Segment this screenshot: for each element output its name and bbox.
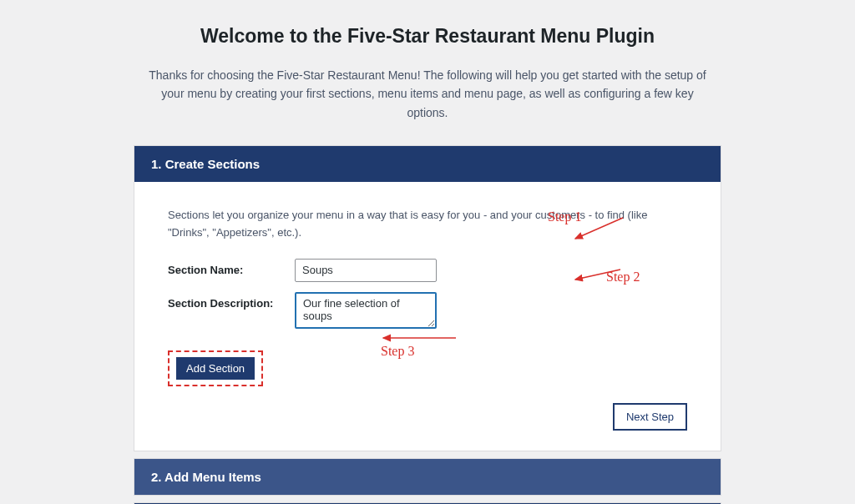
section-name-label: Section Name: bbox=[168, 259, 295, 276]
annotation-arrow-step3-icon bbox=[377, 328, 460, 349]
annotation-step3-label: Step 3 bbox=[381, 344, 414, 359]
section-description-input[interactable]: Our fine selection of soups bbox=[295, 292, 437, 329]
add-section-button[interactable]: Add Section bbox=[176, 357, 255, 380]
panel-add-menu-items[interactable]: 2. Add Menu Items bbox=[134, 458, 721, 496]
panel-body-create-sections: Sections let you organize your menu in a… bbox=[134, 182, 721, 451]
section-name-input[interactable] bbox=[295, 259, 437, 282]
panel-create-sections: 1. Create Sections Sections let you orga… bbox=[134, 145, 721, 451]
section-description-row: Section Description: Our fine selection … bbox=[168, 292, 687, 329]
page-title: Welcome to the Five-Star Restaurant Menu… bbox=[134, 25, 721, 48]
panel-header-add-menu-items: 2. Add Menu Items bbox=[134, 459, 721, 495]
setup-wizard-page: Welcome to the Five-Star Restaurant Menu… bbox=[0, 0, 855, 504]
add-section-highlight-box: Add Section bbox=[168, 350, 263, 386]
panel-header-create-sections: 1. Create Sections bbox=[134, 146, 721, 182]
section-name-row: Section Name: bbox=[168, 259, 687, 282]
section-description-text: Sections let you organize your menu in a… bbox=[168, 207, 686, 242]
next-step-button[interactable]: Next Step bbox=[613, 403, 687, 431]
next-step-row: Next Step bbox=[168, 403, 687, 431]
intro-text: Thanks for choosing the Five-Star Restau… bbox=[134, 66, 721, 122]
section-description-label: Section Description: bbox=[168, 292, 295, 310]
